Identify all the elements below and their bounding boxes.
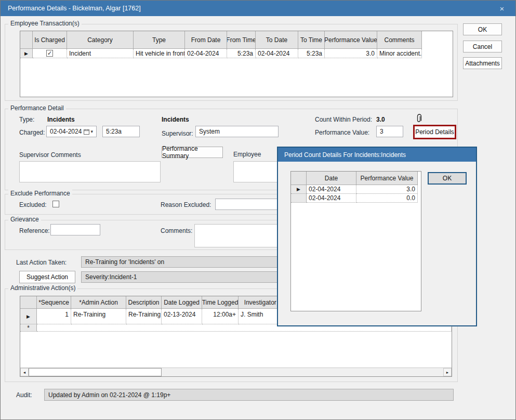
period-count-row[interactable]: ▶ 02-04-2024 3.0 xyxy=(291,185,421,194)
ok-button[interactable]: OK xyxy=(463,23,502,35)
charged-label: Charged: xyxy=(19,129,45,136)
employee-label: Employee xyxy=(233,151,261,158)
transactions-corner-cell xyxy=(20,31,33,49)
scroll-right-icon[interactable]: ► xyxy=(443,368,452,376)
row-selector-icon[interactable]: ▶ xyxy=(291,185,307,194)
grievance-comments-label: Comments: xyxy=(161,227,192,234)
suggest-action-button[interactable]: Suggest Action xyxy=(19,271,75,283)
supervisor-label: Supervisor: xyxy=(162,130,193,137)
performance-details-dialog: Performance Details - Bickelman, Algar [… xyxy=(0,0,516,420)
transactions-header-to-date[interactable]: To Date xyxy=(256,31,298,49)
transactions-header-from-date[interactable]: From Date xyxy=(185,31,227,49)
admin-header-date-logged[interactable]: Date Logged xyxy=(162,296,202,309)
category-cell[interactable]: Incident xyxy=(67,49,134,58)
popup-value-cell[interactable]: 0.0 xyxy=(356,194,418,203)
period-details-button[interactable]: Period Details xyxy=(413,125,456,139)
calendar-icon[interactable]: ▾ xyxy=(84,129,93,135)
description-cell[interactable]: Re-Training xyxy=(126,309,162,324)
popup-header-performance-value[interactable]: Performance Value xyxy=(356,172,418,185)
charged-time-input[interactable]: 5:23a xyxy=(102,126,140,137)
charged-date-input[interactable]: 02-04-2024 ▾ xyxy=(46,126,97,137)
horizontal-scrollbar[interactable]: ◄ ► xyxy=(20,368,452,376)
admin-header-admin-action[interactable]: *Admin Action xyxy=(71,296,126,309)
admin-header-description[interactable]: Description xyxy=(126,296,162,309)
time-logged-cell[interactable]: 12:00a+ xyxy=(202,309,239,324)
new-row-icon[interactable]: * xyxy=(20,324,37,332)
to-date-cell[interactable]: 02-04-2024 xyxy=(256,49,298,58)
dropdown-icon[interactable]: ▾ xyxy=(90,129,93,134)
period-count-grid[interactable]: Date Performance Value ▶ 02-04-2024 3.0 … xyxy=(290,171,421,311)
type-value: Incidents xyxy=(47,116,75,123)
popup-title: Period Count Details For Incidents:Incid… xyxy=(284,151,406,159)
count-within-period-value: 3.0 xyxy=(376,116,385,123)
paperclip-icon xyxy=(416,114,422,125)
from-date-cell[interactable]: 02-04-2024 xyxy=(185,49,227,58)
administrative-actions-label: Administrative Action(s) xyxy=(8,284,77,292)
date-logged-cell[interactable]: 02-13-2024 xyxy=(162,309,202,324)
row-selector-icon[interactable]: ▶ xyxy=(20,309,37,324)
reference-label: Reference: xyxy=(19,227,50,234)
reason-excluded-label: Reason Excluded: xyxy=(161,201,211,208)
admin-action-cell[interactable]: Re-Training xyxy=(71,309,126,324)
from-time-cell[interactable]: 5:23a xyxy=(227,49,256,58)
admin-header-time-logged[interactable]: Time Logged xyxy=(202,296,239,309)
type-label: Type: xyxy=(19,116,34,123)
employee-transactions-label: Employee Transaction(s) xyxy=(8,20,82,27)
row-selector-empty[interactable] xyxy=(291,194,307,203)
exclude-performance-label: Exclude Performance xyxy=(8,190,72,197)
audit-label: Audit: xyxy=(16,391,32,399)
popup-date-cell[interactable]: 02-04-2024 xyxy=(307,185,356,194)
comments-cell[interactable]: Minor accident. xyxy=(377,49,422,58)
is-charged-cell[interactable]: ✓ xyxy=(33,49,67,58)
transactions-header-category[interactable]: Category xyxy=(67,31,134,49)
title-bar[interactable]: Performance Details - Bickelman, Algar [… xyxy=(1,1,515,16)
performance-detail-label: Performance Detail xyxy=(8,104,66,112)
popup-date-cell[interactable]: 02-04-2024 xyxy=(307,194,356,203)
is-charged-checkbox[interactable]: ✓ xyxy=(46,50,53,57)
performance-summary-button[interactable]: Performance Summary xyxy=(162,147,223,158)
performance-value-label: Performance Value: xyxy=(315,129,369,136)
transactions-header-type[interactable]: Type xyxy=(134,31,185,49)
transactions-header-to-time[interactable]: To Time xyxy=(298,31,325,49)
employee-transactions-group: Employee Transaction(s) Is Charged Categ… xyxy=(5,24,458,101)
period-count-details-dialog: Period Count Details For Incidents:Incid… xyxy=(277,147,477,326)
excluded-checkbox[interactable] xyxy=(52,201,59,207)
reference-input[interactable] xyxy=(50,224,100,235)
supervisor-comments-textarea[interactable] xyxy=(19,161,161,182)
popup-ok-button[interactable]: OK xyxy=(428,172,467,185)
admin-header-sequence[interactable]: *Sequence xyxy=(37,296,71,309)
type-cell[interactable]: Hit vehicle in front xyxy=(134,49,185,58)
popup-title-bar[interactable]: Period Count Details For Incidents:Incid… xyxy=(278,148,476,162)
period-count-row[interactable]: 02-04-2024 0.0 xyxy=(291,194,421,203)
transaction-row[interactable]: ▶ ✓ Incident Hit vehicle in front 02-04-… xyxy=(20,49,453,58)
row-selector-icon[interactable]: ▶ xyxy=(20,49,33,58)
to-time-cell[interactable]: 5:23a xyxy=(298,49,325,58)
transactions-grid[interactable]: Is Charged Category Type From Date From … xyxy=(20,31,453,97)
attachments-button[interactable]: Attachments xyxy=(463,57,502,69)
popup-header-date[interactable]: Date xyxy=(307,172,356,185)
scrollbar-track[interactable] xyxy=(162,368,443,376)
grievance-label: Grievance xyxy=(8,216,41,223)
close-icon[interactable]: × xyxy=(494,1,510,16)
popup-value-cell[interactable]: 3.0 xyxy=(356,185,418,194)
count-within-period-label: Count Within Period: xyxy=(315,116,372,123)
category-value: Incidents xyxy=(162,116,189,123)
admin-corner-cell xyxy=(20,296,37,309)
transactions-header-from-time[interactable]: From Time xyxy=(227,31,256,49)
audit-field: Updated by Admin on 02-21-2024 @ 1:19p+ xyxy=(44,389,454,401)
dialog-title: Performance Details - Bickelman, Algar [… xyxy=(8,5,141,12)
cancel-button[interactable]: Cancel xyxy=(463,41,502,52)
supervisor-input[interactable]: System xyxy=(195,126,279,137)
performance-value-input[interactable]: 3 xyxy=(376,126,403,137)
sequence-cell[interactable]: 1 xyxy=(37,309,71,324)
last-action-taken-label: Last Action Taken: xyxy=(16,259,67,266)
performance-value-cell[interactable]: 3.0 xyxy=(325,49,377,58)
popup-corner-cell xyxy=(291,172,307,185)
excluded-label: Excluded: xyxy=(19,201,47,208)
scrollbar-thumb[interactable] xyxy=(29,368,162,376)
supervisor-comments-label: Supervisor Comments xyxy=(19,151,81,159)
transactions-header-performance-value[interactable]: Performance Value xyxy=(325,31,377,49)
transactions-header-is-charged[interactable]: Is Charged xyxy=(33,31,67,49)
transactions-header-comments[interactable]: Comments xyxy=(377,31,422,49)
scroll-left-icon[interactable]: ◄ xyxy=(20,368,29,376)
